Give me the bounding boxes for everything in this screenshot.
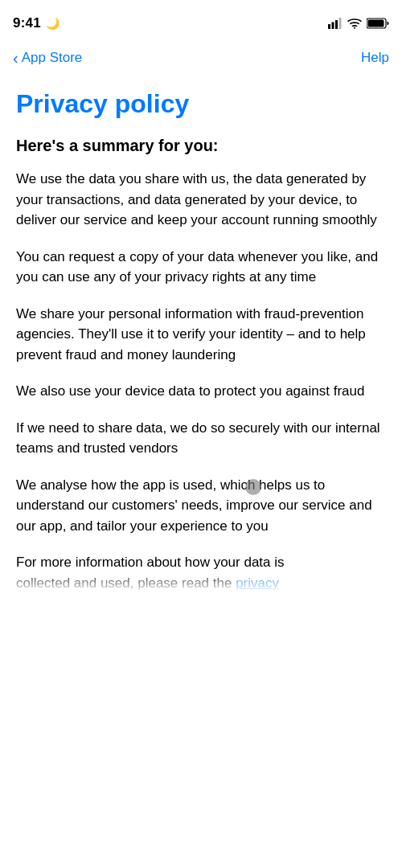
paragraph-4: We also use your device data to protect … [16, 381, 386, 402]
svg-rect-3 [339, 18, 342, 29]
main-content: Privacy policy Here's a summary for you:… [0, 76, 402, 633]
paragraph-1: We use the data you share with us, the d… [16, 169, 386, 231]
status-icons [328, 18, 389, 29]
paragraph-2: You can request a copy of your data when… [16, 247, 386, 288]
back-label: App Store [22, 50, 83, 66]
svg-rect-1 [332, 23, 334, 30]
paragraph-7-start: For more information about how your data… [16, 555, 285, 570]
paragraph-6: We analyse how the app is used, which he… [16, 475, 386, 537]
paragraph-3: We share your personal information with … [16, 304, 386, 366]
signal-icon [328, 18, 343, 29]
back-arrow-icon: ‹ [13, 50, 18, 66]
svg-rect-6 [368, 20, 384, 27]
status-time: 9:41 [13, 15, 41, 31]
paragraph-5: If we need to share data, we do so secur… [16, 418, 386, 459]
nav-bar: ‹ App Store Help [0, 40, 402, 76]
svg-point-4 [354, 27, 355, 29]
summary-heading: Here's a summary for you: [16, 135, 386, 156]
wifi-icon [347, 18, 362, 29]
privacy-link[interactable]: privacy [236, 575, 279, 591]
svg-rect-2 [335, 20, 338, 29]
svg-rect-0 [328, 24, 330, 29]
help-button[interactable]: Help [361, 50, 389, 66]
page-title: Privacy policy [16, 88, 386, 119]
status-bar: 9:41 🌙 [0, 0, 402, 40]
back-button[interactable]: ‹ App Store [13, 50, 82, 66]
moon-icon: 🌙 [46, 17, 59, 30]
battery-icon [367, 18, 389, 29]
paragraph-7: For more information about how your data… [16, 552, 386, 593]
paragraph-7-end: collected and used, please read the [16, 575, 232, 591]
